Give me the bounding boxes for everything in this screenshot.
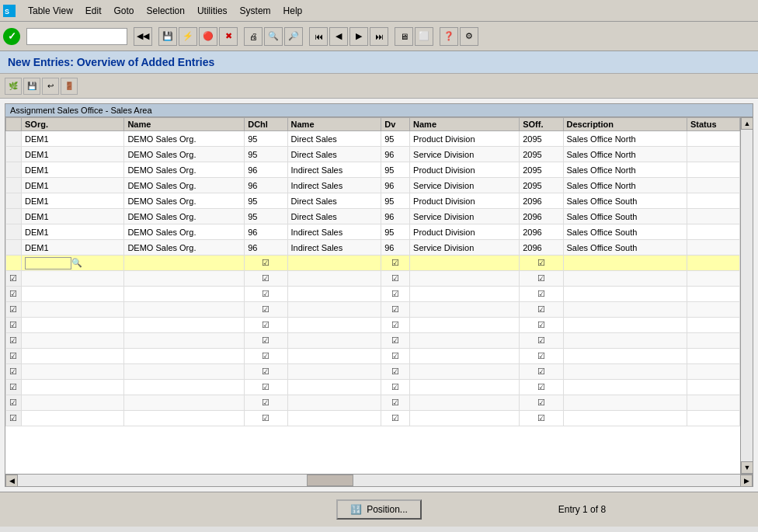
row-selector-empty[interactable]: ☑ (6, 302, 22, 318)
table-row-empty[interactable]: ☑☑☑☑ (6, 302, 740, 318)
row-selector[interactable] (6, 131, 22, 147)
table-row[interactable]: DEM1DEMO Sales Org.96Indirect Sales95Pro… (6, 224, 740, 240)
table-row-active[interactable]: 🔍☑☑☑ (6, 256, 740, 271)
next-page-button[interactable]: ▶ (349, 27, 368, 46)
cell-empty-dchl[interactable]: ☑ (245, 302, 287, 318)
table-row[interactable]: DEM1DEMO Sales Org.95Direct Sales96Servi… (6, 147, 740, 162)
row-selector[interactable] (6, 147, 22, 162)
row-selector-empty[interactable]: ☑ (6, 333, 22, 349)
cell-empty-dv[interactable]: ☑ (381, 333, 410, 349)
layout-button[interactable]: ⬜ (415, 27, 433, 46)
shortcut-button[interactable]: ⚡ (179, 27, 197, 46)
print-button[interactable]: 🖨 (244, 27, 263, 46)
row-selector[interactable] (6, 178, 22, 193)
table-row[interactable]: DEM1DEMO Sales Org.96Indirect Sales96Ser… (6, 240, 740, 256)
cell-empty-dchl[interactable]: ☑ (245, 271, 287, 287)
scroll-left-button[interactable]: ◀ (5, 475, 18, 487)
table-row[interactable]: DEM1DEMO Sales Org.95Direct Sales95Produ… (6, 131, 740, 147)
table-row-empty[interactable]: ☑☑☑☑ (6, 287, 740, 302)
scroll-down-button[interactable]: ▼ (741, 461, 753, 474)
sorg-search-icon[interactable]: 🔍 (71, 258, 82, 267)
cell-empty-dchl[interactable]: ☑ (245, 318, 287, 333)
row-checkbox[interactable]: ☑ (9, 382, 17, 391)
cell-empty-soff[interactable]: ☑ (520, 271, 563, 287)
col-header-soff[interactable]: SOff. (520, 118, 563, 131)
table-row-empty[interactable]: ☑☑☑☑ (6, 349, 740, 364)
find-button[interactable]: 🔍 (264, 27, 283, 46)
col-header-sorg[interactable]: SOrg. (22, 118, 124, 131)
cell-empty-soff[interactable]: ☑ (520, 302, 563, 318)
cell-empty-dchl[interactable]: ☑ (245, 333, 287, 349)
table-row-empty[interactable]: ☑☑☑☑ (6, 395, 740, 411)
cell-empty-dchl[interactable]: ☑ (245, 411, 287, 426)
row-selector-empty[interactable]: ☑ (6, 395, 22, 411)
menu-goto[interactable]: Goto (114, 5, 134, 16)
table-row[interactable]: DEM1DEMO Sales Org.96Indirect Sales96Ser… (6, 178, 740, 193)
menu-utilities[interactable]: Utilities (197, 5, 228, 16)
table-row-empty[interactable]: ☑☑☑☑ (6, 411, 740, 426)
cell-dchl-active[interactable]: ☑ (245, 256, 287, 271)
col-header-dchl[interactable]: DChl (245, 118, 287, 131)
table-row[interactable]: DEM1DEMO Sales Org.95Direct Sales95Produ… (6, 193, 740, 209)
menu-help[interactable]: Help (283, 5, 303, 16)
table-row[interactable]: DEM1DEMO Sales Org.96Indirect Sales95Pro… (6, 162, 740, 178)
sub-btn-1[interactable]: 🌿 (5, 78, 22, 95)
cell-empty-soff[interactable]: ☑ (520, 411, 563, 426)
cell-dv-active[interactable]: ☑ (381, 256, 410, 271)
menu-selection[interactable]: Selection (147, 5, 185, 16)
cell-empty-dv[interactable]: ☑ (381, 349, 410, 364)
help-button[interactable]: ❓ (440, 27, 458, 46)
row-selector-active[interactable] (6, 256, 22, 271)
cell-empty-dv[interactable]: ☑ (381, 364, 410, 380)
find-next-button[interactable]: 🔎 (284, 27, 303, 46)
settings-button[interactable]: ⚙ (460, 27, 478, 46)
row-checkbox[interactable]: ☑ (9, 336, 17, 345)
table-row-empty[interactable]: ☑☑☑☑ (6, 364, 740, 380)
row-checkbox[interactable]: ☑ (9, 413, 17, 422)
cell-sorg-active[interactable]: 🔍 (22, 256, 124, 271)
cell-empty-soff[interactable]: ☑ (520, 318, 563, 333)
row-checkbox[interactable]: ☑ (9, 304, 17, 314)
scroll-track[interactable] (741, 130, 753, 461)
cancel-button[interactable]: ✖ (219, 27, 238, 46)
first-page-button[interactable]: ⏮ (309, 27, 328, 46)
row-selector[interactable] (6, 209, 22, 224)
table-row-empty[interactable]: ☑☑☑☑ (6, 318, 740, 333)
table-row[interactable]: DEM1DEMO Sales Org.95Direct Sales96Servi… (6, 209, 740, 224)
col-header-name3[interactable]: Name (410, 118, 520, 131)
cell-empty-soff[interactable]: ☑ (520, 364, 563, 380)
screen-button[interactable]: 🖥 (395, 27, 413, 46)
stop-button[interactable]: 🔴 (199, 27, 217, 46)
sub-btn-3[interactable]: ↩ (42, 78, 59, 95)
confirm-button[interactable] (3, 28, 20, 45)
cell-empty-dv[interactable]: ☑ (381, 318, 410, 333)
cell-empty-soff[interactable]: ☑ (520, 287, 563, 302)
cell-empty-dv[interactable]: ☑ (381, 271, 410, 287)
cell-empty-soff[interactable]: ☑ (520, 380, 563, 395)
cell-empty-soff[interactable]: ☑ (520, 395, 563, 411)
nav-left-button[interactable]: ◀◀ (134, 27, 152, 46)
row-selector-empty[interactable]: ☑ (6, 271, 22, 287)
cell-empty-soff[interactable]: ☑ (520, 333, 563, 349)
table-row-empty[interactable]: ☑☑☑☑ (6, 271, 740, 287)
row-selector-empty[interactable]: ☑ (6, 318, 22, 333)
command-input[interactable] (26, 28, 127, 45)
row-selector-empty[interactable]: ☑ (6, 364, 22, 380)
row-checkbox[interactable]: ☑ (9, 367, 17, 376)
cell-empty-soff[interactable]: ☑ (520, 349, 563, 364)
col-header-description[interactable]: Description (563, 118, 687, 131)
row-checkbox[interactable]: ☑ (9, 398, 17, 407)
cell-empty-dv[interactable]: ☑ (381, 287, 410, 302)
cell-empty-dchl[interactable]: ☑ (245, 349, 287, 364)
row-selector-empty[interactable]: ☑ (6, 349, 22, 364)
row-checkbox[interactable]: ☑ (9, 351, 17, 360)
cell-empty-dv[interactable]: ☑ (381, 395, 410, 411)
cell-empty-dchl[interactable]: ☑ (245, 380, 287, 395)
col-header-dv[interactable]: Dv (381, 118, 410, 131)
row-checkbox[interactable]: ☑ (9, 289, 17, 298)
last-page-button[interactable]: ⏭ (370, 27, 388, 46)
h-scroll-track[interactable] (18, 475, 740, 486)
col-header-name2[interactable]: Name (287, 118, 381, 131)
cell-empty-dchl[interactable]: ☑ (245, 364, 287, 380)
cell-empty-dv[interactable]: ☑ (381, 380, 410, 395)
